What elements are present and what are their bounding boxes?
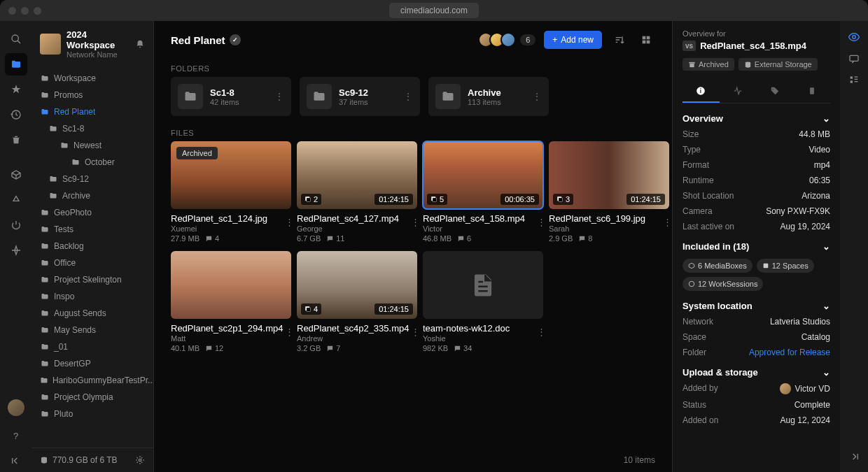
location-header[interactable]: System location ⌄ bbox=[682, 301, 830, 311]
help-icon[interactable]: ? bbox=[5, 424, 27, 447]
avatar bbox=[500, 32, 516, 48]
included-chip[interactable]: 6 MediaBoxes bbox=[682, 259, 752, 273]
tree-item[interactable]: May Sends bbox=[31, 322, 153, 338]
tree-item[interactable]: Backlog bbox=[31, 238, 153, 255]
more-icon[interactable]: ⋮ bbox=[537, 327, 546, 337]
tree-item[interactable]: GeoPhoto bbox=[31, 204, 153, 221]
search-icon[interactable] bbox=[5, 28, 27, 50]
detail-row: CameraSony PXW-FX9K bbox=[682, 206, 830, 216]
tree-item[interactable]: Project Olympia bbox=[31, 389, 153, 406]
tree-item[interactable]: Newest bbox=[31, 137, 153, 154]
upload-header[interactable]: Upload & storage ⌄ bbox=[682, 367, 830, 378]
file-author: Sarah bbox=[549, 224, 669, 233]
power-icon[interactable] bbox=[5, 214, 27, 236]
collaborators[interactable]: 6 bbox=[482, 32, 536, 48]
star-icon[interactable] bbox=[5, 78, 27, 101]
more-icon[interactable]: ⋮ bbox=[274, 91, 284, 102]
folder-card[interactable]: Archive113 items⋮ bbox=[428, 77, 549, 116]
compass-icon[interactable] bbox=[5, 239, 27, 262]
more-icon[interactable]: ⋮ bbox=[403, 91, 413, 102]
more-icon[interactable]: ⋮ bbox=[537, 217, 546, 227]
folder-card[interactable]: Sc9-1237 items⋮ bbox=[300, 77, 420, 116]
detail-value[interactable]: Approved for Release bbox=[749, 348, 830, 357]
chevron-down-icon: ⌄ bbox=[822, 367, 830, 378]
tree-item[interactable]: Promos bbox=[31, 87, 153, 103]
tree-item[interactable]: August Sends bbox=[31, 305, 153, 322]
more-icon[interactable]: ⋮ bbox=[285, 217, 294, 227]
tab-activity-icon[interactable] bbox=[720, 80, 757, 103]
tree-item[interactable]: October bbox=[31, 154, 153, 171]
folder-card[interactable]: Sc1-842 items⋮ bbox=[171, 77, 291, 116]
trash-icon[interactable] bbox=[5, 129, 27, 151]
expand-icon[interactable] bbox=[848, 451, 860, 462]
tree-item[interactable]: Archive bbox=[31, 187, 153, 204]
box-icon[interactable] bbox=[5, 164, 27, 186]
file-card[interactable]: 401:24:15RedPlanet_sc4p2_335.mp4Andrew3.… bbox=[297, 251, 417, 352]
included-header[interactable]: Included in (18) ⌄ bbox=[682, 241, 830, 252]
svg-rect-30 bbox=[855, 81, 858, 82]
gear-icon[interactable] bbox=[135, 455, 145, 465]
folder-icon bbox=[40, 376, 48, 385]
storage-footer: 770.9 GB of 6 TB bbox=[31, 448, 153, 472]
tree-item[interactable]: Workspace bbox=[31, 70, 153, 87]
tree-item[interactable]: _01 bbox=[31, 338, 153, 355]
included-section: Included in (18) ⌄ 6 MediaBoxes12 Spaces… bbox=[682, 241, 830, 291]
file-name: RedPlanet_sc4_127.mp4 bbox=[297, 213, 417, 224]
close-window[interactable] bbox=[8, 7, 16, 15]
details-title: vs RedPlanet_sc4_158.mp4 bbox=[682, 41, 830, 51]
more-icon[interactable]: ⋮ bbox=[285, 327, 294, 337]
more-icon[interactable]: ⋮ bbox=[663, 217, 672, 227]
included-chip[interactable]: 12 Spaces bbox=[757, 259, 814, 273]
tab-info-icon[interactable]: i bbox=[682, 80, 720, 103]
add-new-button[interactable]: + Add new bbox=[544, 31, 602, 49]
folder-icon bbox=[59, 141, 69, 150]
eye-icon[interactable] bbox=[848, 31, 860, 43]
file-card[interactable]: 301:24:15RedPlanet_sc6_199.jpgSarah2.9 G… bbox=[549, 141, 669, 243]
breadcrumb[interactable]: Red Planet ✓ bbox=[171, 34, 241, 46]
cloud-icon[interactable] bbox=[5, 189, 27, 211]
more-icon[interactable]: ⋮ bbox=[532, 91, 542, 102]
tree-item[interactable]: Red Planet bbox=[31, 103, 153, 120]
file-meta: 27.9 MB4 bbox=[171, 234, 291, 243]
tree-label: Inspo bbox=[54, 292, 74, 301]
minimize-window[interactable] bbox=[21, 7, 29, 15]
workspace-header[interactable]: 2024 Workspace Network Name bbox=[31, 21, 153, 67]
url-bar[interactable]: cimediacloud.com bbox=[389, 3, 479, 18]
files-icon[interactable] bbox=[5, 53, 27, 76]
tree-item[interactable]: HariboGummyBearTestPr... bbox=[31, 372, 153, 389]
file-card[interactable]: RedPlanet_sc2p1_294.mp4Matt40.1 MB12⋮ bbox=[171, 251, 291, 352]
tree-item[interactable]: Pluto bbox=[31, 406, 153, 422]
tree-item[interactable]: Sc9-12 bbox=[31, 171, 153, 187]
tree-item[interactable]: Project Skelington bbox=[31, 271, 153, 288]
included-chip[interactable]: 12 WorkSessions bbox=[682, 277, 763, 291]
file-card[interactable]: ArchivedRedPlanet_sc1_124.jpgXuemei27.9 … bbox=[171, 141, 291, 243]
user-avatar[interactable] bbox=[8, 399, 24, 416]
file-name: RedPlanet_sc4_158.mp4 bbox=[423, 213, 543, 224]
overview-header[interactable]: Overview ⌄ bbox=[682, 113, 830, 124]
tab-tags-icon[interactable] bbox=[757, 80, 794, 103]
details-panel: Overview for vs RedPlanet_sc4_158.mp4 Ar… bbox=[672, 21, 840, 472]
collapse-icon[interactable] bbox=[5, 450, 27, 472]
bell-icon[interactable] bbox=[135, 39, 145, 49]
tree-item[interactable]: Office bbox=[31, 255, 153, 271]
history-icon[interactable] bbox=[5, 103, 27, 126]
tree-item[interactable]: Sc1-8 bbox=[31, 120, 153, 137]
grid-view-icon[interactable] bbox=[637, 31, 655, 49]
detail-key: Format bbox=[682, 160, 709, 170]
sort-icon[interactable] bbox=[610, 31, 629, 49]
tree-item[interactable]: DesertGP bbox=[31, 355, 153, 372]
stack-badge: 5 bbox=[427, 194, 447, 205]
maximize-window[interactable] bbox=[34, 7, 41, 15]
tree-item[interactable]: Tests bbox=[31, 221, 153, 238]
tree-item[interactable]: Inspo bbox=[31, 288, 153, 305]
more-icon[interactable]: ⋮ bbox=[411, 327, 420, 337]
file-card[interactable]: 500:06:35RedPlanet_sc4_158.mp4Victor46.8… bbox=[423, 141, 543, 243]
file-card[interactable]: 201:24:15RedPlanet_sc4_127.mp4George6.7 … bbox=[297, 141, 417, 243]
more-icon[interactable]: ⋮ bbox=[411, 217, 420, 227]
comment-icon[interactable] bbox=[848, 53, 860, 64]
folder-icon bbox=[40, 91, 50, 99]
sliders-icon[interactable] bbox=[848, 74, 860, 85]
svg-rect-22 bbox=[763, 264, 768, 269]
file-card[interactable]: team-notes-wk12.docYoshie982 KB34⋮ bbox=[423, 251, 543, 352]
tab-clip-icon[interactable] bbox=[793, 80, 830, 103]
